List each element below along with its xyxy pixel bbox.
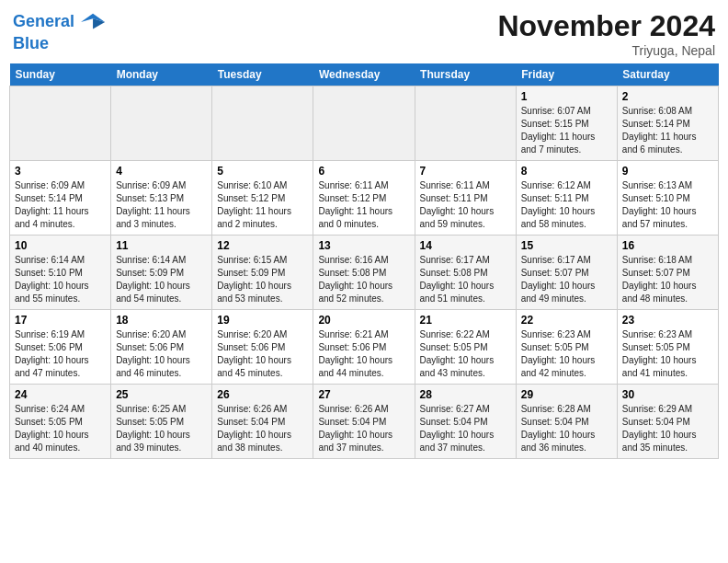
day-info: Sunrise: 6:10 AM Sunset: 5:12 PM Dayligh… [217,179,308,231]
day-cell: 5Sunrise: 6:10 AM Sunset: 5:12 PM Daylig… [212,161,313,236]
month-title: November 2024 [497,9,715,43]
day-number: 12 [217,239,308,252]
day-info: Sunrise: 6:14 AM Sunset: 5:10 PM Dayligh… [15,254,106,305]
day-cell: 29Sunrise: 6:28 AM Sunset: 5:04 PM Dayli… [516,385,617,459]
day-cell: 4Sunrise: 6:09 AM Sunset: 5:13 PM Daylig… [111,161,212,236]
day-cell: 11Sunrise: 6:14 AM Sunset: 5:09 PM Dayli… [111,236,212,310]
day-info: Sunrise: 6:12 AM Sunset: 5:11 PM Dayligh… [521,179,612,231]
day-cell: 18Sunrise: 6:20 AM Sunset: 5:06 PM Dayli… [111,310,212,385]
day-number: 20 [318,314,409,327]
header-friday: Friday [516,63,617,86]
day-number: 21 [420,314,511,327]
day-cell: 6Sunrise: 6:11 AM Sunset: 5:12 PM Daylig… [313,161,415,236]
day-info: Sunrise: 6:17 AM Sunset: 5:08 PM Dayligh… [420,254,511,305]
day-number: 1 [521,90,612,103]
day-info: Sunrise: 6:07 AM Sunset: 5:15 PM Dayligh… [521,105,612,156]
day-cell: 12Sunrise: 6:15 AM Sunset: 5:09 PM Dayli… [212,236,313,310]
day-cell [415,86,516,161]
day-number: 10 [15,239,106,252]
day-cell: 16Sunrise: 6:18 AM Sunset: 5:07 PM Dayli… [617,236,718,310]
day-cell: 3Sunrise: 6:09 AM Sunset: 5:14 PM Daylig… [10,161,111,236]
day-info: Sunrise: 6:09 AM Sunset: 5:14 PM Dayligh… [15,179,106,231]
page-header: General Blue November 2024 Triyuga, Nepa… [9,9,719,58]
day-number: 19 [217,314,308,327]
day-info: Sunrise: 6:18 AM Sunset: 5:07 PM Dayligh… [622,254,713,305]
day-info: Sunrise: 6:15 AM Sunset: 5:09 PM Dayligh… [217,254,308,305]
logo-line2: Blue [13,34,49,52]
day-info: Sunrise: 6:29 AM Sunset: 5:04 PM Dayligh… [622,403,713,454]
day-number: 26 [217,388,308,401]
day-cell: 8Sunrise: 6:12 AM Sunset: 5:11 PM Daylig… [516,161,617,236]
day-number: 6 [318,165,409,178]
header-monday: Monday [111,63,212,86]
calendar-body: 1Sunrise: 6:07 AM Sunset: 5:15 PM Daylig… [10,86,719,459]
week-row-2: 10Sunrise: 6:14 AM Sunset: 5:10 PM Dayli… [10,236,719,310]
day-number: 14 [420,239,511,252]
day-info: Sunrise: 6:14 AM Sunset: 5:09 PM Dayligh… [116,254,207,305]
day-number: 11 [116,239,207,252]
day-cell: 23Sunrise: 6:23 AM Sunset: 5:05 PM Dayli… [617,310,718,385]
day-number: 17 [15,314,106,327]
header-thursday: Thursday [415,63,516,86]
day-cell: 1Sunrise: 6:07 AM Sunset: 5:15 PM Daylig… [516,86,617,161]
day-number: 30 [622,388,713,401]
day-cell [313,86,415,161]
header-row: SundayMondayTuesdayWednesdayThursdayFrid… [10,63,719,86]
day-number: 8 [521,165,612,178]
day-number: 9 [622,165,713,178]
logo: General Blue [13,9,107,53]
day-info: Sunrise: 6:11 AM Sunset: 5:11 PM Dayligh… [420,179,511,231]
day-number: 4 [116,165,207,178]
day-info: Sunrise: 6:22 AM Sunset: 5:05 PM Dayligh… [420,328,511,380]
day-info: Sunrise: 6:20 AM Sunset: 5:06 PM Dayligh… [217,328,308,380]
day-number: 2 [622,90,713,103]
day-cell: 24Sunrise: 6:24 AM Sunset: 5:05 PM Dayli… [10,385,111,459]
header-wednesday: Wednesday [313,63,415,86]
day-cell: 30Sunrise: 6:29 AM Sunset: 5:04 PM Dayli… [617,385,718,459]
day-info: Sunrise: 6:20 AM Sunset: 5:06 PM Dayligh… [116,328,207,380]
day-number: 22 [521,314,612,327]
day-info: Sunrise: 6:26 AM Sunset: 5:04 PM Dayligh… [217,403,308,454]
day-number: 29 [521,388,612,401]
day-number: 5 [217,165,308,178]
day-info: Sunrise: 6:16 AM Sunset: 5:08 PM Dayligh… [318,254,409,305]
day-info: Sunrise: 6:08 AM Sunset: 5:14 PM Dayligh… [622,105,713,156]
week-row-0: 1Sunrise: 6:07 AM Sunset: 5:15 PM Daylig… [10,86,719,161]
day-number: 27 [318,388,409,401]
day-cell: 27Sunrise: 6:26 AM Sunset: 5:04 PM Dayli… [313,385,415,459]
day-info: Sunrise: 6:23 AM Sunset: 5:05 PM Dayligh… [622,328,713,380]
day-cell [111,86,212,161]
day-cell: 25Sunrise: 6:25 AM Sunset: 5:05 PM Dayli… [111,385,212,459]
day-cell: 26Sunrise: 6:26 AM Sunset: 5:04 PM Dayli… [212,385,313,459]
day-number: 13 [318,239,409,252]
day-info: Sunrise: 6:24 AM Sunset: 5:05 PM Dayligh… [15,403,106,454]
day-cell: 17Sunrise: 6:19 AM Sunset: 5:06 PM Dayli… [10,310,111,385]
day-cell: 13Sunrise: 6:16 AM Sunset: 5:08 PM Dayli… [313,236,415,310]
day-info: Sunrise: 6:26 AM Sunset: 5:04 PM Dayligh… [318,403,409,454]
logo-line1: General [13,12,74,30]
week-row-1: 3Sunrise: 6:09 AM Sunset: 5:14 PM Daylig… [10,161,719,236]
calendar-table: SundayMondayTuesdayWednesdayThursdayFrid… [9,63,719,459]
day-cell: 22Sunrise: 6:23 AM Sunset: 5:05 PM Dayli… [516,310,617,385]
day-number: 15 [521,239,612,252]
day-number: 24 [15,388,106,401]
day-number: 7 [420,165,511,178]
day-info: Sunrise: 6:09 AM Sunset: 5:13 PM Dayligh… [116,179,207,231]
day-cell: 28Sunrise: 6:27 AM Sunset: 5:04 PM Dayli… [415,385,516,459]
day-info: Sunrise: 6:27 AM Sunset: 5:04 PM Dayligh… [420,403,511,454]
day-number: 23 [622,314,713,327]
day-cell: 19Sunrise: 6:20 AM Sunset: 5:06 PM Dayli… [212,310,313,385]
day-info: Sunrise: 6:23 AM Sunset: 5:05 PM Dayligh… [521,328,612,380]
day-info: Sunrise: 6:13 AM Sunset: 5:10 PM Dayligh… [622,179,713,231]
header-saturday: Saturday [617,63,718,86]
week-row-4: 24Sunrise: 6:24 AM Sunset: 5:05 PM Dayli… [10,385,719,459]
location: Triyuga, Nepal [497,43,715,58]
svg-marker-0 [81,14,105,22]
day-number: 25 [116,388,207,401]
day-info: Sunrise: 6:25 AM Sunset: 5:05 PM Dayligh… [116,403,207,454]
day-cell [212,86,313,161]
day-info: Sunrise: 6:21 AM Sunset: 5:06 PM Dayligh… [318,328,409,380]
day-cell: 14Sunrise: 6:17 AM Sunset: 5:08 PM Dayli… [415,236,516,310]
day-cell: 7Sunrise: 6:11 AM Sunset: 5:11 PM Daylig… [415,161,516,236]
day-cell: 20Sunrise: 6:21 AM Sunset: 5:06 PM Dayli… [313,310,415,385]
